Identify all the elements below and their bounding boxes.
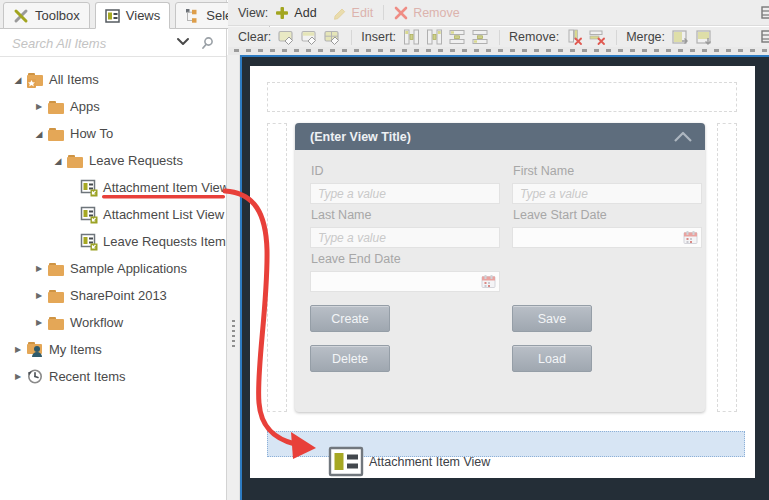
field-label: Leave Start Date (513, 208, 702, 222)
toolbox-icon (13, 8, 29, 24)
toolbar-separator (383, 5, 384, 20)
search-icon[interactable] (200, 36, 214, 50)
search-bar (0, 29, 226, 57)
clear-row-icon[interactable] (301, 29, 319, 45)
toolbar-separator (616, 30, 617, 45)
folder-icon (66, 153, 86, 169)
tree-item-sharepoint-2013[interactable]: ▶ SharePoint 2013 (0, 282, 225, 309)
merge-down-icon[interactable] (696, 29, 715, 46)
folder-icon (47, 261, 67, 277)
expand-arrow-icon[interactable]: ▶ (10, 372, 26, 381)
table-toolbar: Clear: Insert: Remove: Merge: (228, 27, 769, 47)
design-canvas[interactable]: (Enter View Title) ID First Name (240, 55, 769, 500)
expand-arrow-icon[interactable]: ▶ (31, 264, 47, 273)
edit-view-button[interactable]: Edit (332, 5, 374, 20)
view-panel[interactable]: (Enter View Title) ID First Name (295, 123, 705, 412)
merge-right-icon[interactable] (672, 29, 691, 46)
leave-end-date-input[interactable] (310, 271, 500, 292)
clear-cell-icon[interactable] (278, 29, 296, 45)
expand-arrow-icon[interactable]: ▶ (10, 345, 26, 354)
expand-arrow-icon[interactable]: ◢ (10, 75, 26, 85)
tab-label: Views (126, 8, 160, 23)
sidebar-tab-bar: Toolbox Views Selection (0, 0, 226, 29)
search-input[interactable] (12, 33, 152, 53)
plus-icon (275, 6, 289, 20)
remove-group: Remove: (509, 29, 607, 45)
canvas-top-gripper[interactable] (228, 47, 769, 55)
toolbar-overflow-icon[interactable] (761, 6, 769, 20)
toolbar-overflow-icon[interactable] (761, 30, 769, 44)
remove-column-icon[interactable] (566, 29, 584, 45)
expand-arrow-icon[interactable]: ▶ (31, 318, 47, 327)
view-panel-header[interactable]: (Enter View Title) (295, 123, 705, 150)
tree-item-apps[interactable]: ▶ Apps (0, 93, 225, 120)
field-last-name: Last Name (310, 204, 500, 248)
item-view-icon (80, 233, 100, 251)
create-button[interactable]: Create (310, 305, 390, 332)
expand-arrow-icon[interactable]: ▶ (31, 291, 47, 300)
folder-star-icon (26, 72, 46, 88)
empty-layout-column-right[interactable] (717, 123, 737, 412)
collapse-chevron-icon[interactable] (673, 131, 693, 143)
empty-layout-row[interactable] (267, 82, 737, 112)
tree-item-sample-applications[interactable]: ▶ Sample Applications (0, 255, 225, 282)
expand-arrow-icon[interactable]: ◢ (31, 129, 47, 139)
tab-views[interactable]: Views (95, 2, 170, 29)
remove-row-icon[interactable] (589, 29, 607, 45)
insert-row-above-icon[interactable] (449, 29, 467, 45)
tab-toolbox[interactable]: Toolbox (3, 2, 90, 29)
view-toolbar: View: Add Edit Remove (228, 0, 769, 26)
x-icon (394, 6, 408, 20)
leave-start-date-input[interactable] (512, 227, 702, 248)
grid-spacer (512, 248, 702, 292)
expand-arrow-icon[interactable]: ◢ (50, 156, 66, 166)
app-window: Toolbox Views Selection ◢ All Items (0, 0, 769, 500)
calendar-icon[interactable] (481, 274, 496, 289)
pencil-icon (332, 5, 347, 20)
item-view-icon (80, 206, 100, 224)
insert-column-right-icon[interactable] (426, 29, 444, 45)
tree-item-workflow[interactable]: ▶ Workflow (0, 309, 225, 336)
field-label: First Name (513, 164, 702, 178)
sidebar: Toolbox Views Selection ◢ All Items (0, 0, 227, 500)
save-button[interactable]: Save (512, 305, 592, 332)
folder-icon (47, 126, 67, 142)
chevron-down-icon[interactable] (176, 37, 190, 47)
tree-item-how-to[interactable]: ◢ How To (0, 120, 225, 147)
calendar-icon[interactable] (683, 230, 698, 245)
tree-item-all-items[interactable]: ◢ All Items (0, 66, 225, 93)
tree-item-leave-requests[interactable]: ◢ Leave Requests (0, 147, 225, 174)
sidebar-splitter[interactable] (227, 55, 240, 500)
form-page[interactable]: (Enter View Title) ID First Name (250, 66, 755, 478)
expand-arrow-icon[interactable]: ▶ (31, 102, 47, 111)
view-panel-body: ID First Name Last Name Leave Start (295, 150, 705, 372)
id-input[interactable] (310, 183, 500, 204)
dropped-view-label: Attachment Item View (369, 455, 490, 469)
tree-item-attachment-list-view[interactable]: Attachment List View (0, 201, 225, 228)
toolbar-separator (351, 30, 352, 45)
clock-icon (26, 368, 46, 385)
field-leave-start-date: Leave Start Date (512, 204, 702, 248)
item-view-icon (80, 179, 100, 197)
tree-item-my-items[interactable]: ▶ My Items (0, 336, 225, 363)
last-name-input[interactable] (310, 227, 500, 248)
load-button[interactable]: Load (512, 345, 592, 372)
insert-column-left-icon[interactable] (403, 29, 421, 45)
view-toolbar-label: View: (238, 6, 268, 20)
merge-group: Merge: (626, 29, 715, 46)
views-icon (105, 9, 120, 23)
empty-layout-column-left[interactable] (267, 123, 287, 412)
field-label: Leave End Date (311, 252, 500, 266)
remove-view-button[interactable]: Remove (394, 6, 460, 20)
delete-button[interactable]: Delete (310, 345, 390, 372)
tree-item-attachment-item-view[interactable]: Attachment Item View (0, 174, 225, 201)
tree-item-leave-requests-item[interactable]: Leave Requests Item (0, 228, 225, 255)
selection-icon (185, 8, 200, 23)
clear-table-icon[interactable] (324, 29, 342, 45)
insert-row-below-icon[interactable] (472, 29, 490, 45)
attachment-item-view-icon[interactable] (328, 446, 364, 482)
first-name-input[interactable] (512, 183, 702, 204)
add-view-button[interactable]: Add (275, 6, 316, 20)
insert-group: Insert: (361, 29, 490, 45)
tree-item-recent-items[interactable]: ▶ Recent Items (0, 363, 225, 390)
